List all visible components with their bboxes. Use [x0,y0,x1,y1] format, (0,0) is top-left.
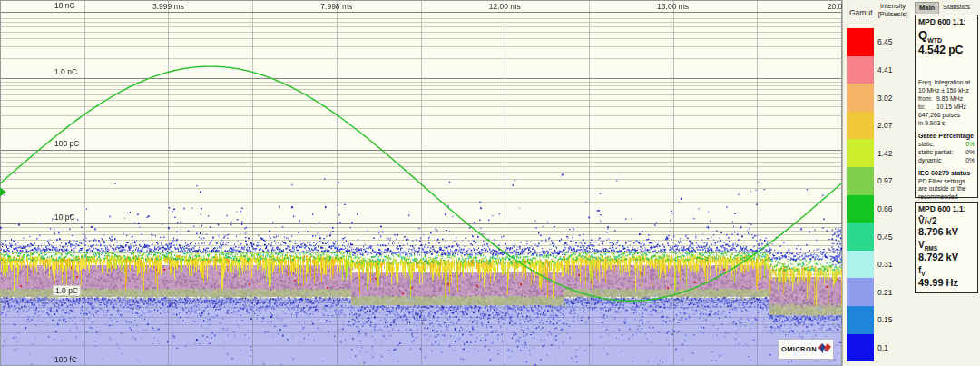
gated-row: dynamic0% [918,156,975,164]
gamut-swatch [847,306,874,334]
gamut-value-label: 0.45 [877,232,912,242]
measurement-label: fV [918,265,975,277]
gamut-swatch [847,251,874,279]
freq-integration-info: Freq. integration at 10 MHz ± 150 kHz fr… [918,78,975,127]
gamut-legend: Gamut Intensity [Pulses/s] 6.454.413.022… [842,0,913,366]
voltage-rows: V̂/√28.796 kVVRMS8.792 kVfV49.99 Hz [918,216,975,288]
time-tick-label: 3.999 ms [152,2,184,11]
mpd600-pd-measurement-window: 3.999 ms7.998 ms12.00 ms16.00 ms20.0 10 … [0,0,980,366]
measurement-value: 8.796 kV [918,226,975,237]
gamut-value-label: 0.21 [877,288,912,297]
iec-status-title: IEC 60270 status [918,169,975,177]
omicron-logo-text: OMICRON [781,345,817,353]
gamut-swatch [847,139,874,167]
time-tick-label: 12.00 ms [489,2,521,11]
measurement-label: VRMS [918,240,975,252]
gamut-swatch [847,28,874,56]
gamut-value-label: 0.15 [877,315,912,324]
gamut-swatch [847,334,874,362]
qwtd-value: 4.542 pC [918,44,975,56]
gamut-value-label: 0.1 [877,343,912,352]
tab-statistics[interactable]: Statistics [939,2,974,14]
gamut-value-label: 0.31 [877,260,912,269]
device-title: MPD 600 1.1: [918,17,975,26]
gamut-value-label: 6.45 [877,37,912,46]
time-tick-label: 16.00 ms [657,2,689,11]
gamut-swatch [847,56,874,84]
gamut-value-label: 2.07 [877,121,912,130]
measurement-label: V̂/√2 [918,216,975,226]
gamut-swatch [847,223,874,251]
charge-tick-label: 10 pC [53,213,77,222]
gamut-swatch [847,112,874,140]
measurement-sidebar: Main Statistics MPD 600 1.1: QWTD 4.542 … [913,0,980,366]
time-tick-label: 7.998 ms [320,2,352,11]
pd-pattern-canvas [0,0,842,366]
charge-tick-label: 1.0 nC [53,67,79,76]
gated-row: static partial:0% [918,148,975,156]
gamut-swatch [847,167,874,195]
charge-tick-label: 10 nC [53,1,77,10]
intensity-axis-title: Intensity [Pulses/s] [872,2,914,18]
gamut-value-label: 0.97 [877,176,912,185]
omicron-logo-icon [818,342,831,356]
charge-panel: MPD 600 1.1: QWTD 4.542 pC Freq. integra… [915,15,978,198]
prpd-chart[interactable]: 3.999 ms7.998 ms12.00 ms16.00 ms20.0 10 … [0,0,842,366]
gated-percentage-rows: static:0%static partial:0%dynamic0% [918,140,975,164]
charge-tick-label: 100 pC [53,139,81,148]
gamut-value-label: 0.66 [877,204,912,213]
measurement-value: 8.792 kV [918,252,975,262]
charge-tick-label: 1.0 pC [53,285,81,296]
gated-percentage-title: Gated Percentage [918,132,975,140]
gamut-color-bar [847,28,874,361]
tab-main[interactable]: Main [915,2,939,14]
qwtd-label: QWTD [918,28,975,44]
gamut-swatch [847,195,874,223]
time-tick-label: 20.0 [828,2,843,11]
device-title: MPD 600 1.1: [918,204,975,213]
charge-tick-label: 100 fC [53,355,79,364]
gamut-swatch [847,278,874,306]
omicron-logo: OMICRON [778,339,834,360]
voltage-panel: MPD 600 1.1: V̂/√28.796 kVVRMS8.792 kVfV… [915,202,978,293]
gamut-value-label: 1.42 [877,149,912,158]
gamut-title: Gamut [849,8,873,17]
gamut-value-label: 3.02 [877,94,912,103]
gated-row: static:0% [918,140,975,148]
gamut-swatch [847,84,874,112]
measurement-value: 49.99 Hz [918,277,975,288]
tab-bar: Main Statistics [915,2,974,14]
gamut-value-label: 4.41 [877,65,912,74]
